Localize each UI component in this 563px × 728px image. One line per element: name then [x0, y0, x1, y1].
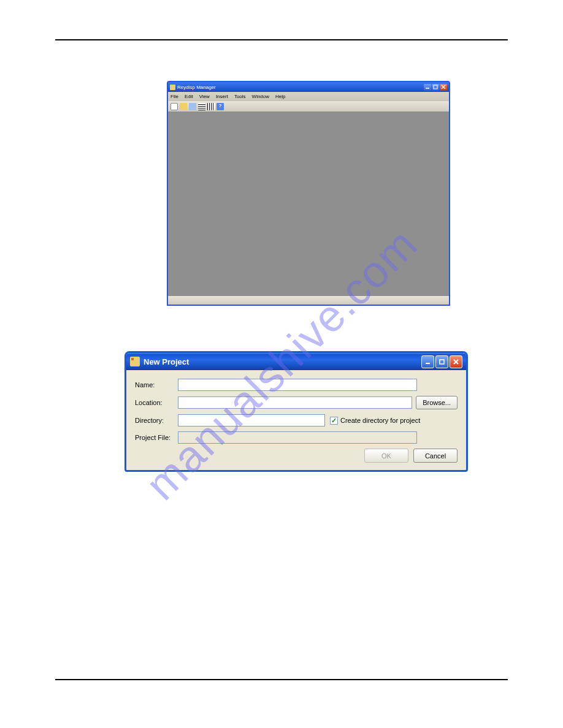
maximize-button[interactable] — [435, 355, 448, 368]
menu-view[interactable]: View — [199, 94, 210, 99]
menubar: File Edit View Insert Tools Window Help — [168, 92, 449, 101]
close-button[interactable] — [450, 355, 462, 368]
app-icon — [170, 85, 175, 90]
form-body: Name: Location: Browse... Directory: ✓ C… — [126, 370, 466, 470]
projectfile-input — [178, 431, 417, 444]
app-icon — [130, 357, 140, 366]
menu-window[interactable]: Window — [252, 94, 269, 99]
directory-input[interactable] — [178, 414, 325, 427]
browse-button[interactable]: Browse... — [416, 396, 458, 409]
menu-help[interactable]: Help — [275, 94, 285, 99]
dialog-new-project: New Project Name: Location: Browse... Di… — [124, 351, 468, 472]
ok-button: OK — [364, 449, 408, 463]
window-title: New Project — [144, 357, 189, 366]
menu-edit[interactable]: Edit — [185, 94, 193, 99]
titlebar[interactable]: New Project — [126, 353, 466, 370]
window-title: Reydisp Manager — [177, 85, 216, 90]
projectfile-label: Project File: — [135, 434, 178, 441]
close-button[interactable] — [440, 84, 447, 91]
menu-tools[interactable]: Tools — [234, 94, 246, 99]
copy-icon[interactable] — [189, 103, 196, 110]
maximize-button[interactable] — [432, 84, 439, 91]
location-input[interactable] — [178, 396, 412, 409]
name-input[interactable] — [178, 379, 417, 391]
minimize-button[interactable] — [421, 355, 434, 368]
app-window-reydisp: Reydisp Manager File Edit View Insert To… — [167, 81, 450, 306]
directory-label: Directory: — [135, 417, 178, 424]
grid-h-icon[interactable] — [198, 103, 205, 110]
svg-rect-5 — [440, 360, 444, 364]
page-rule-top — [55, 39, 508, 40]
grid-v-icon[interactable] — [207, 103, 215, 110]
create-dir-label: Create directory for project — [340, 417, 420, 424]
page-rule-bottom — [55, 679, 508, 680]
svg-rect-1 — [434, 85, 437, 89]
mdi-client-area — [168, 112, 449, 296]
new-icon[interactable] — [170, 103, 178, 110]
menu-file[interactable]: File — [170, 94, 178, 99]
cancel-button[interactable]: Cancel — [413, 449, 458, 463]
toolbar: ? — [168, 101, 449, 112]
create-dir-checkbox[interactable]: ✓ — [330, 417, 338, 425]
name-label: Name: — [135, 381, 178, 389]
menu-insert[interactable]: Insert — [216, 94, 228, 99]
minimize-button[interactable] — [424, 84, 431, 91]
statusbar — [168, 296, 449, 305]
open-icon[interactable] — [180, 103, 187, 110]
titlebar[interactable]: Reydisp Manager — [168, 82, 449, 92]
help-icon[interactable]: ? — [216, 103, 224, 110]
location-label: Location: — [135, 399, 178, 406]
